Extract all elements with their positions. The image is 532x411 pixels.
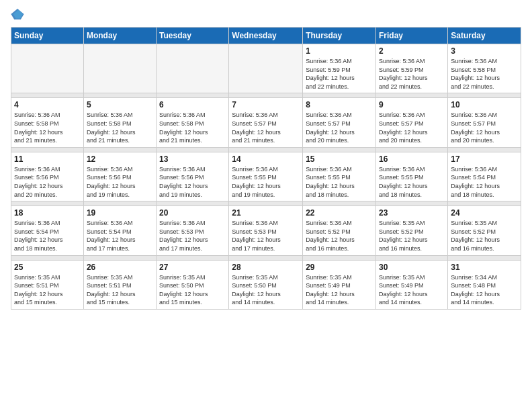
spacer-cell — [11, 93, 84, 98]
spacer-cell — [11, 201, 84, 206]
spacer-cell — [83, 255, 156, 260]
day-number: 23 — [379, 208, 445, 218]
day-number: 30 — [379, 263, 445, 272]
calendar-day: 27Sunrise: 5:35 AM Sunset: 5:50 PM Dayli… — [157, 260, 229, 309]
calendar-day: 17Sunrise: 5:36 AM Sunset: 5:54 PM Dayli… — [448, 152, 521, 201]
weekday-header-saturday: Saturday — [448, 28, 521, 44]
spacer-cell — [11, 255, 84, 260]
logo-icon — [11, 9, 24, 19]
day-number: 13 — [159, 154, 226, 164]
spacer-cell — [11, 147, 84, 152]
calendar-day: 9Sunrise: 5:36 AM Sunset: 5:57 PM Daylig… — [376, 98, 448, 147]
spacer-cell — [376, 93, 448, 98]
weekday-header-friday: Friday — [376, 28, 448, 44]
calendar-table: SundayMondayTuesdayWednesdayThursdayFrid… — [11, 27, 521, 310]
day-info: Sunrise: 5:36 AM Sunset: 5:55 PM Dayligh… — [379, 165, 445, 199]
spacer-cell — [157, 201, 229, 206]
day-number: 7 — [232, 100, 300, 109]
day-number: 19 — [87, 208, 153, 218]
spacer-cell — [229, 255, 303, 260]
calendar-day: 25Sunrise: 5:35 AM Sunset: 5:51 PM Dayli… — [11, 260, 84, 309]
day-number: 21 — [232, 208, 300, 218]
day-info: Sunrise: 5:36 AM Sunset: 5:53 PM Dayligh… — [159, 219, 226, 253]
spacer-cell — [83, 93, 156, 98]
spacer-cell — [448, 255, 521, 260]
day-info: Sunrise: 5:36 AM Sunset: 5:58 PM Dayligh… — [451, 57, 518, 91]
day-info: Sunrise: 5:35 AM Sunset: 5:51 PM Dayligh… — [87, 273, 153, 307]
spacer-cell — [448, 147, 521, 152]
calendar-day: 20Sunrise: 5:36 AM Sunset: 5:53 PM Dayli… — [157, 206, 229, 255]
spacer-cell — [448, 93, 521, 98]
day-info: Sunrise: 5:36 AM Sunset: 5:54 PM Dayligh… — [14, 219, 81, 253]
calendar-week-row: 25Sunrise: 5:35 AM Sunset: 5:51 PM Dayli… — [11, 260, 521, 309]
day-info: Sunrise: 5:36 AM Sunset: 5:57 PM Dayligh… — [232, 111, 300, 144]
calendar-day: 11Sunrise: 5:36 AM Sunset: 5:56 PM Dayli… — [11, 152, 84, 201]
calendar-day: 3Sunrise: 5:36 AM Sunset: 5:58 PM Daylig… — [448, 44, 521, 93]
calendar-day: 14Sunrise: 5:36 AM Sunset: 5:55 PM Dayli… — [229, 152, 303, 201]
calendar-day: 5Sunrise: 5:36 AM Sunset: 5:58 PM Daylig… — [83, 98, 156, 147]
logo — [11, 8, 27, 20]
calendar-day: 4Sunrise: 5:36 AM Sunset: 5:58 PM Daylig… — [11, 98, 84, 147]
calendar-day: 7Sunrise: 5:36 AM Sunset: 5:57 PM Daylig… — [229, 98, 303, 147]
calendar-week-row: 11Sunrise: 5:36 AM Sunset: 5:56 PM Dayli… — [11, 152, 521, 201]
calendar-week-row: 4Sunrise: 5:36 AM Sunset: 5:58 PM Daylig… — [11, 98, 521, 147]
calendar-day: 30Sunrise: 5:35 AM Sunset: 5:49 PM Dayli… — [376, 260, 448, 309]
day-number: 15 — [306, 154, 373, 164]
calendar-day: 24Sunrise: 5:35 AM Sunset: 5:52 PM Dayli… — [448, 206, 521, 255]
weekday-header-sunday: Sunday — [11, 28, 84, 44]
day-info: Sunrise: 5:35 AM Sunset: 5:50 PM Dayligh… — [232, 273, 300, 307]
week-spacer — [11, 147, 521, 152]
spacer-cell — [157, 255, 229, 260]
day-number: 9 — [379, 100, 445, 109]
day-info: Sunrise: 5:35 AM Sunset: 5:50 PM Dayligh… — [159, 273, 226, 307]
day-number: 22 — [306, 208, 373, 218]
day-number: 31 — [451, 263, 518, 272]
spacer-cell — [83, 147, 156, 152]
day-number: 26 — [87, 263, 153, 272]
day-info: Sunrise: 5:36 AM Sunset: 5:56 PM Dayligh… — [87, 165, 153, 199]
day-number: 29 — [306, 263, 373, 272]
calendar-day: 8Sunrise: 5:36 AM Sunset: 5:57 PM Daylig… — [303, 98, 376, 147]
spacer-cell — [229, 201, 303, 206]
spacer-cell — [157, 147, 229, 152]
day-number: 24 — [451, 208, 518, 218]
calendar-day — [229, 44, 303, 93]
day-number: 11 — [14, 154, 81, 164]
day-info: Sunrise: 5:36 AM Sunset: 5:53 PM Dayligh… — [232, 219, 300, 253]
day-info: Sunrise: 5:36 AM Sunset: 5:58 PM Dayligh… — [14, 111, 81, 144]
day-info: Sunrise: 5:36 AM Sunset: 5:54 PM Dayligh… — [451, 165, 518, 199]
calendar-day: 31Sunrise: 5:34 AM Sunset: 5:48 PM Dayli… — [448, 260, 521, 309]
day-info: Sunrise: 5:36 AM Sunset: 5:54 PM Dayligh… — [87, 219, 153, 253]
day-info: Sunrise: 5:36 AM Sunset: 5:52 PM Dayligh… — [306, 219, 373, 253]
header — [11, 8, 521, 20]
day-info: Sunrise: 5:36 AM Sunset: 5:57 PM Dayligh… — [306, 111, 373, 144]
weekday-header-wednesday: Wednesday — [229, 28, 303, 44]
day-info: Sunrise: 5:36 AM Sunset: 5:58 PM Dayligh… — [159, 111, 226, 144]
spacer-cell — [303, 147, 376, 152]
calendar-day — [83, 44, 156, 93]
day-number: 16 — [379, 154, 445, 164]
spacer-cell — [376, 255, 448, 260]
day-number: 6 — [159, 100, 226, 109]
spacer-cell — [229, 93, 303, 98]
calendar-day: 26Sunrise: 5:35 AM Sunset: 5:51 PM Dayli… — [83, 260, 156, 309]
weekday-header-thursday: Thursday — [303, 28, 376, 44]
day-number: 28 — [232, 263, 300, 272]
calendar-day: 1Sunrise: 5:36 AM Sunset: 5:59 PM Daylig… — [303, 44, 376, 93]
day-number: 2 — [379, 46, 445, 56]
day-number: 1 — [306, 46, 373, 56]
day-number: 27 — [159, 263, 226, 272]
day-number: 3 — [451, 46, 518, 56]
day-info: Sunrise: 5:35 AM Sunset: 5:49 PM Dayligh… — [379, 273, 445, 307]
day-info: Sunrise: 5:36 AM Sunset: 5:55 PM Dayligh… — [306, 165, 373, 199]
day-info: Sunrise: 5:35 AM Sunset: 5:52 PM Dayligh… — [451, 219, 518, 253]
spacer-cell — [83, 201, 156, 206]
week-spacer — [11, 255, 521, 260]
weekday-header-monday: Monday — [83, 28, 156, 44]
calendar-day: 29Sunrise: 5:35 AM Sunset: 5:49 PM Dayli… — [303, 260, 376, 309]
page: SundayMondayTuesdayWednesdayThursdayFrid… — [0, 0, 532, 411]
calendar-day: 22Sunrise: 5:36 AM Sunset: 5:52 PM Dayli… — [303, 206, 376, 255]
calendar-day: 13Sunrise: 5:36 AM Sunset: 5:56 PM Dayli… — [157, 152, 229, 201]
day-number: 14 — [232, 154, 300, 164]
calendar-day: 21Sunrise: 5:36 AM Sunset: 5:53 PM Dayli… — [229, 206, 303, 255]
